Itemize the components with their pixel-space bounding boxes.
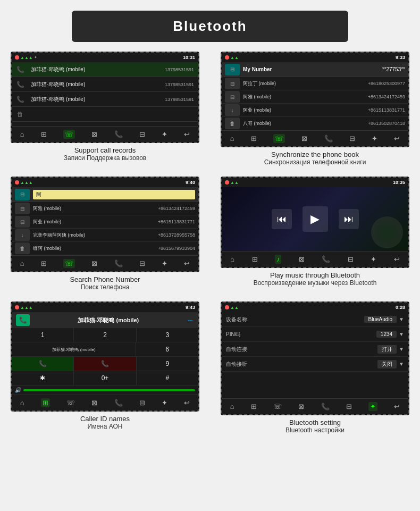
nav-num[interactable]: ⊟ [346,403,352,411]
nav-gear[interactable]: ✦ [368,402,377,411]
list-item[interactable]: ⊟ 阿雅 (mobile) +8613424172459 [12,202,198,215]
caption-caller-id: Caller ID names Имена АОН [80,415,130,430]
music-player-area: ⏮ ▶ ⏭ [222,187,408,251]
nav-back[interactable]: ↩ [394,403,400,411]
nav-apps[interactable]: ⊞ [252,255,258,263]
nav-num[interactable]: ⊟ [139,399,145,407]
nav-bt[interactable]: ☏ [273,403,282,411]
nav-apps[interactable]: ⊞ [251,135,257,143]
bt-setting-row[interactable]: PIN码 1234 ▼ [222,327,408,342]
nav-diag[interactable]: ⊠ [91,259,97,267]
status-icons-4: ▲▲ [225,180,239,185]
nav-call[interactable]: 📞 [321,403,330,411]
nav-home[interactable]: ⌂ [20,399,24,407]
nav-bt[interactable]: ☏ [63,130,75,139]
bt-dropdown-icon[interactable]: ▼ [399,361,404,367]
dial-key-3[interactable]: 3 [137,328,198,342]
bt-setting-row[interactable]: 自动连接 打开 ▼ [222,342,408,357]
nav-call[interactable]: 📞 [324,135,333,143]
caption-en-6: Bluetooth setting [285,418,345,426]
contact-name: 加菲猫-邓晓鸣 (mobile) [29,81,165,88]
contact-name: 阿雅 (mobile) [33,205,158,212]
search-input[interactable]: 阿 [33,190,195,199]
nav-call[interactable]: 📞 [114,259,123,267]
nav-home[interactable]: ⌂ [230,403,234,411]
list-item[interactable]: ↓ 完美李丽萍阿姨 (mobile) +8613728955758 [12,229,198,242]
search-icon: ⊟ [15,189,30,200]
call-green-button[interactable]: 📞 [12,357,74,371]
bt-setting-row[interactable]: 自动接听 关闭 ▼ [222,357,408,372]
nav-gear[interactable]: ✦ [162,399,167,407]
settings-spacer [222,372,408,398]
nav-num[interactable]: ⊟ [139,259,145,267]
nav-call[interactable]: 📞 [114,399,123,407]
dial-key-hash[interactable]: # [137,371,198,385]
nav-back[interactable]: ↩ [184,399,190,407]
next-button[interactable]: ⏭ [339,209,359,229]
nav-diag[interactable]: ⊠ [91,399,97,407]
nav-bt[interactable]: ☏ [273,134,285,143]
status-bt-1: ✦ [34,55,37,60]
nav-bt[interactable]: ☏ [66,399,75,407]
nav-gear[interactable]: ✦ [162,130,167,138]
call-list: 📞 加菲猫-邓晓鸣 (mobile) 13798531591 📞 加菲猫-邓晓鸣… [12,62,198,126]
nav-diag[interactable]: ⊠ [298,403,304,411]
play-button[interactable]: ▶ [303,206,328,232]
dial-key-2[interactable]: 2 [74,328,136,342]
dial-key-0[interactable]: 0+ [74,371,136,385]
nav-home[interactable]: ⌂ [230,255,234,263]
nav-num[interactable]: ⊟ [348,255,354,263]
list-item[interactable]: 📞 加菲猫-邓晓鸣 (mobile) 13798531591 [12,62,198,77]
nav-gear[interactable]: ✦ [372,135,377,143]
nav-back[interactable]: ↩ [184,259,190,267]
dial-row: ✱ 0+ # [12,371,198,386]
nav-home[interactable]: ⌂ [20,130,24,138]
nav-diag[interactable]: ⊠ [91,130,97,138]
status-dot-red-4 [225,180,229,185]
cell-call-records: ▲▲▲ ✦ 10:31 📞 加菲猫-邓晓鸣 (mobile) 137985315… [5,52,205,166]
call-red-button[interactable]: 📞 [74,357,136,371]
nav-bar-3: ⌂ ⊞ ☏ ⊠ 📞 ⊟ ✦ ↩ [12,255,198,271]
nav-num[interactable]: ⊟ [139,130,145,138]
nav-back[interactable]: ↩ [184,130,190,138]
list-item[interactable]: 🗑 八哥 (mobile) +8613502870418 [222,117,408,130]
prev-button[interactable]: ⏮ [272,209,292,229]
nav-apps[interactable]: ⊞ [41,259,47,267]
status-time-1: 10:31 [183,55,195,60]
nav-back[interactable]: ↩ [394,255,400,263]
nav-bt[interactable]: ♪ [275,255,282,264]
list-item[interactable]: ⊟ 阿雅 (mobile) +8613424172459 [222,90,408,104]
list-item[interactable]: ⊟ 阿业 (mobile) +8615113831771 [12,215,198,229]
list-item[interactable]: 🗑 缅阿 (mobile) +8615679933904 [12,242,198,255]
nav-bt[interactable]: ☏ [63,259,75,268]
bt-dropdown-icon[interactable]: ▼ [399,331,404,337]
list-item[interactable]: ⊟ 阿拉丁 (mobile) +8618025300977 [222,77,408,90]
dial-key-9[interactable]: 9 [137,357,198,371]
nav-apps[interactable]: ⊞ [41,398,50,407]
nav-back[interactable]: ↩ [394,135,400,143]
caption-en-1: Support call records [64,146,146,154]
nav-apps[interactable]: ⊞ [41,130,47,138]
cell-bt-settings: ▲▲ 0:28 设备名称 BlueAudio ▼ PIN码 1234 ▼ 自动连… [215,301,415,434]
dial-key-star[interactable]: ✱ [12,371,74,385]
nav-num[interactable]: ⊟ [349,135,355,143]
bt-setting-row[interactable]: 设备名称 BlueAudio ▼ [222,312,408,327]
nav-diag[interactable]: ⊠ [299,255,305,263]
dial-key-1[interactable]: 1 [12,328,74,342]
nav-apps[interactable]: ⊞ [251,403,257,411]
list-item[interactable]: 🗑 [12,107,198,122]
nav-diag[interactable]: ⊠ [301,135,307,143]
nav-gear[interactable]: ✦ [371,255,376,263]
nav-call[interactable]: 📞 [322,255,330,263]
bt-dropdown-icon[interactable]: ▼ [399,316,404,322]
cell-search-phone: ▲▲▲ 9:40 ⊟ 阿 ⊟ 阿雅 (mobile) +861342417245… [5,177,205,291]
list-item[interactable]: ↓ 阿业 (mobile) +8615113831771 [222,104,408,117]
nav-home[interactable]: ⌂ [230,135,234,143]
dial-key-6[interactable]: 6 [136,342,198,356]
nav-call[interactable]: 📞 [114,130,123,138]
list-item[interactable]: 📞 加菲猫-邓晓鸣 (mobile) 13798531591 [12,77,198,92]
nav-home[interactable]: ⌂ [20,259,24,267]
list-item[interactable]: 📞 加菲猫-邓晓鸣 (mobile) 13798531591 [12,92,198,107]
nav-gear[interactable]: ✦ [162,259,167,267]
bt-dropdown-icon[interactable]: ▼ [399,346,404,352]
